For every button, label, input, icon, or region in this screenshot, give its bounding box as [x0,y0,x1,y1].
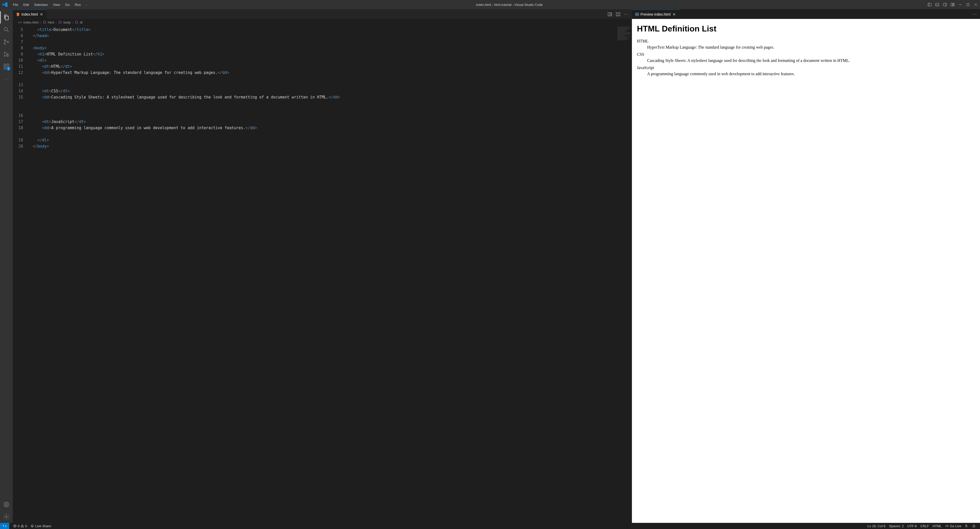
menu-run[interactable]: Run [73,2,83,8]
code-line[interactable]: <dd>Cascading Style Sheets: A stylesheet… [28,94,632,113]
status-warnings-count: 0 [25,524,27,528]
editor-group: <> index.html ··· <> index.html › [13,9,980,523]
window-title: index.html - html-tutorial - Visual Stud… [91,3,927,6]
code-line[interactable] [28,39,632,45]
preview-icon [635,12,639,16]
svg-point-17 [8,41,9,43]
toggle-panel-right-icon[interactable] [943,2,947,7]
svg-point-35 [636,14,637,14]
code-line[interactable] [28,82,632,88]
editor-pane-code: <> index.html ··· <> index.html › [13,9,632,523]
status-cursor-position[interactable]: Ln 19, Col 8 [865,524,887,528]
remote-button[interactable] [0,523,9,529]
status-eol[interactable]: CRLF [919,524,931,528]
line-number: 13 [13,82,23,88]
line-number: 11 [13,64,23,70]
line-number: 15 [13,94,23,113]
code-line[interactable]: <dt>HTML</dt> [28,64,632,70]
preview-term: HTML [637,38,975,44]
titlebar-menu-more[interactable]: ··· [83,2,91,8]
breadcrumb[interactable]: <> index.html › html › body › dl [13,19,632,25]
status-notifications[interactable] [970,524,977,528]
line-number: 16 [13,113,23,119]
code-line[interactable]: </body> [28,143,632,149]
code-line[interactable]: <dd>HyperText Markup Language: The stand… [28,70,632,82]
status-feedback[interactable] [963,524,970,528]
code-line[interactable]: <title>Document</title> [28,27,632,33]
menu-file[interactable]: File [11,2,20,8]
customize-layout-icon[interactable] [950,2,955,7]
svg-point-31 [611,14,611,14]
activity-source-control[interactable] [0,36,13,48]
status-encoding[interactable]: UTF-8 [905,524,919,528]
activity-accounts[interactable] [0,498,13,511]
code-line[interactable]: <dt>JavaScript</dt> [28,119,632,125]
svg-rect-6 [951,3,953,6]
breadcrumb-part[interactable]: body [64,21,71,24]
status-golive[interactable]: Go Live [943,524,963,528]
toggle-panel-bottom-icon[interactable] [935,2,940,7]
svg-rect-20 [4,67,6,69]
menu-go[interactable]: Go [63,2,72,8]
minimap[interactable] [616,25,632,523]
preview-heading: HTML Definition List [637,24,975,33]
code-area[interactable]: 4567891011121314151617181920 <head> <tit… [13,25,632,523]
open-preview-side-icon[interactable] [608,12,612,17]
status-indentation[interactable]: Spaces: 2 [887,524,905,528]
preview-actions: ··· [969,10,980,19]
close-tab-icon[interactable] [40,12,43,16]
close-tab-icon[interactable] [672,12,676,16]
status-golive-label: Go Live [950,524,961,528]
code-line[interactable]: <dl> [28,57,632,64]
preview-tabbar: Preview index.html ··· [632,9,980,19]
toggle-panel-left-icon[interactable] [927,2,932,7]
split-editor-icon[interactable] [616,12,620,17]
breadcrumb-file[interactable]: index.html [23,21,38,24]
activity-search[interactable] [0,24,13,36]
tab-preview[interactable]: Preview index.html [632,10,680,19]
status-problems[interactable]: 0 0 [11,524,29,528]
activity-more[interactable]: ··· [0,73,13,85]
menu-edit[interactable]: Edit [21,2,31,8]
code-line[interactable]: </head> [28,33,632,39]
code-line[interactable]: </dl> [28,137,632,143]
menu-selection[interactable]: Selection [32,2,50,8]
preview-definition-list: HTMLHyperText Markup Language: The stand… [637,38,975,77]
tab-index-html[interactable]: <> index.html [13,10,47,19]
activity-run-debug[interactable] [0,48,13,60]
activity-bar: 1 ··· [0,9,13,523]
breadcrumb-part[interactable]: html [48,21,54,24]
code-content[interactable]: <head> <title>Document</title> </head> <… [28,25,632,523]
activity-settings[interactable] [0,511,13,523]
breadcrumb-part[interactable]: dl [80,21,83,24]
activity-extensions[interactable]: 1 [0,60,13,73]
svg-text:<>: <> [17,13,20,16]
vscode-logo-icon [2,2,8,8]
symbol-icon [43,21,46,24]
svg-rect-8 [953,5,955,6]
activity-explorer[interactable] [0,11,13,24]
editor-more-icon[interactable]: ··· [624,12,628,17]
window-maximize-button[interactable] [966,2,970,7]
line-number-gutter: 4567891011121314151617181920 [13,25,28,523]
preview-more-icon[interactable]: ··· [972,12,977,17]
line-number: 5 [13,27,23,33]
svg-rect-19 [4,64,6,66]
code-line[interactable]: <dt>CSS</dt> [28,88,632,94]
line-number: 10 [13,57,23,64]
window-minimize-button[interactable] [958,2,963,7]
svg-rect-0 [928,3,931,6]
main-area: 1 ··· <> index.html [0,9,980,523]
code-line[interactable]: <dd>A programming language commonly used… [28,125,632,137]
status-language-mode[interactable]: HTML [931,524,943,528]
code-line[interactable] [28,113,632,119]
menu-view[interactable]: View [51,2,62,8]
code-line[interactable]: <body> [28,45,632,51]
line-number: 14 [13,88,23,94]
svg-point-13 [4,27,8,31]
svg-rect-10 [967,3,969,6]
window-close-button[interactable] [974,2,978,7]
status-liveshare[interactable]: Live Share [29,524,53,528]
code-line[interactable]: <h1>HTML Definition List</h1> [28,51,632,57]
svg-rect-2 [936,3,939,6]
